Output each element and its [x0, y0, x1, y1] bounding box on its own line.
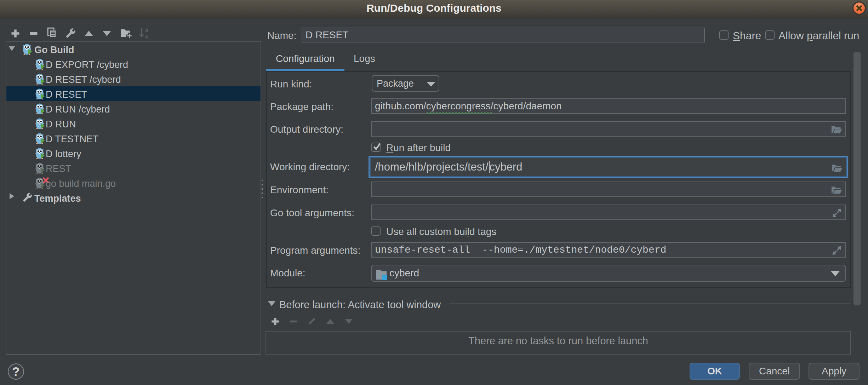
svg-text:z: z: [145, 33, 148, 39]
